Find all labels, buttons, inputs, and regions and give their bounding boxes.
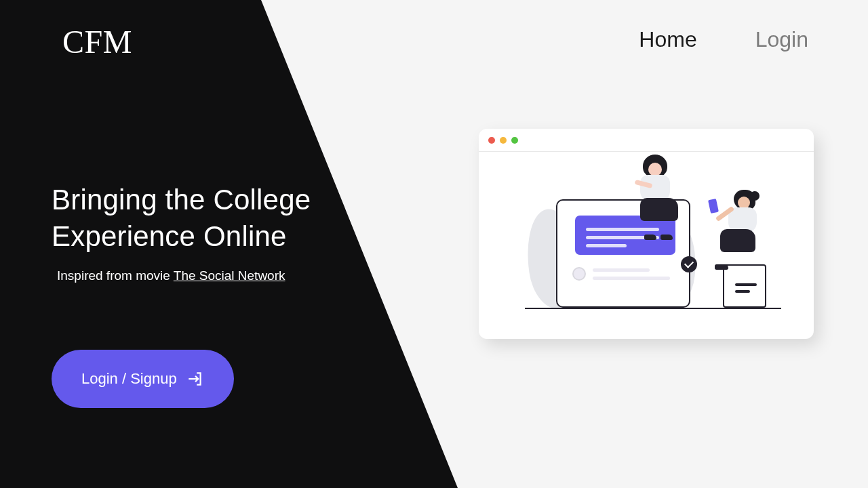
traffic-dot-red-icon (488, 137, 495, 144)
hero-headline-line1: Bringing the College (52, 184, 311, 216)
document-cube-icon (723, 264, 766, 308)
avatar-placeholder-icon (572, 267, 586, 281)
person-sitting-icon (625, 155, 686, 236)
illustration-scene (479, 152, 814, 339)
hero-headline: Bringing the College Experience Online (52, 182, 311, 255)
login-signup-button[interactable]: Login / Signup (52, 350, 234, 408)
login-icon (186, 370, 204, 388)
top-nav: Home Login (639, 27, 808, 52)
nav-link-home[interactable]: Home (639, 27, 696, 52)
traffic-dot-green-icon (511, 137, 518, 144)
brand-logo: CFM (62, 23, 132, 60)
nav-link-login[interactable]: Login (755, 27, 808, 52)
nav-link-label: Login (755, 27, 808, 52)
nav-link-label: Home (639, 27, 696, 52)
floor-line (525, 308, 781, 309)
traffic-dot-yellow-icon (500, 137, 507, 144)
hero-section: Bringing the College Experience Online I… (52, 182, 311, 283)
hero-illustration-card (479, 129, 814, 339)
cta-label: Login / Signup (81, 370, 177, 388)
hero-headline-line2: Experience Online (52, 220, 287, 252)
brand-name: CFM (62, 24, 132, 60)
window-titlebar (479, 129, 814, 152)
hero-sub-prefix: Inspired from movie (57, 268, 174, 283)
hero-subtitle: Inspired from movie The Social Network (57, 268, 311, 283)
person-phone-icon (711, 190, 770, 266)
hero-sub-link[interactable]: The Social Network (174, 268, 285, 283)
check-badge-icon (681, 256, 697, 272)
